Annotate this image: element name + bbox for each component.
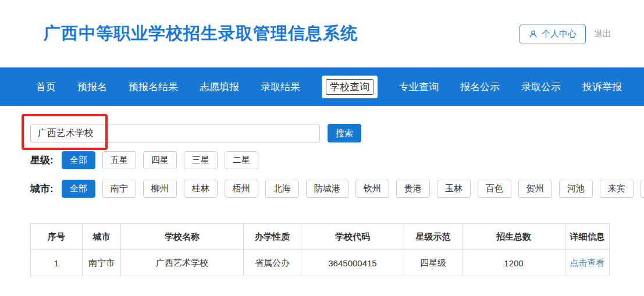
table-header-cell: 招生总数 [462, 224, 565, 250]
nav-item-label: 投诉举报 [582, 81, 622, 92]
table-body: 1南宁市广西艺术学校省属公办3645000415四星级1200点击查看 [31, 250, 610, 276]
page-title: 广西中等职业学校招生录取管理信息系统 [44, 22, 520, 45]
filter-chip[interactable]: 防城港 [306, 180, 348, 198]
filter-chip[interactable]: 柳州 [143, 180, 177, 198]
filter-chip[interactable]: 贺州 [518, 180, 552, 198]
nav-item-label: 学校查询 [326, 79, 373, 95]
table-header-cell: 学校代码 [301, 224, 404, 250]
nav-item[interactable]: 预报名结果 [129, 80, 178, 94]
nav-item[interactable]: 预报名 [77, 80, 107, 94]
table-header-cell: 学校名称 [121, 224, 244, 250]
results-table: 序号城市学校名称办学性质学校代码星级示范招生总数详细信息 1南宁市广西艺术学校省… [30, 223, 610, 276]
search-button[interactable]: 搜索 [328, 124, 361, 142]
school-search-input[interactable] [30, 124, 320, 142]
table-cell: 1 [31, 250, 83, 276]
table-header-cell: 详细信息 [565, 224, 610, 250]
filter-chip[interactable]: 全部 [62, 151, 95, 169]
nav-item[interactable]: 录取结果 [261, 80, 300, 94]
nav-item-label: 预报名结果 [129, 81, 178, 92]
nav-item-label: 首页 [36, 81, 56, 92]
filter-chip[interactable]: 梧州 [225, 180, 258, 198]
nav-item[interactable]: 报名公示 [460, 80, 500, 94]
nav-item-label: 志愿填报 [200, 81, 239, 92]
filter-chip[interactable]: 二星 [225, 151, 258, 169]
profile-center-label: 个人中心 [542, 28, 577, 40]
table-header-row: 序号城市学校名称办学性质学校代码星级示范招生总数详细信息 [31, 224, 610, 250]
star-filter-label: 星级: [30, 154, 54, 167]
filter-chip[interactable]: 四星 [143, 151, 177, 169]
results-table-wrap: 序号城市学校名称办学性质学校代码星级示范招生总数详细信息 1南宁市广西艺术学校省… [30, 223, 644, 276]
main-content: 搜索 星级: 全部五星四星三星二星 城市: 全部南宁柳州桂林梧州北海防城港钦州贵… [0, 124, 644, 276]
filter-chip[interactable]: 玉林 [437, 180, 471, 198]
nav-item-label: 报名公示 [460, 81, 500, 92]
star-filter-options: 全部五星四星三星二星 [62, 151, 265, 169]
nav-item-label: 专业查询 [399, 81, 439, 92]
table-header-cell: 星级示范 [404, 224, 462, 250]
table-header-cell: 城市 [83, 224, 121, 250]
filter-chip[interactable]: 崇左 [641, 180, 644, 198]
nav-item[interactable]: 专业查询 [399, 80, 439, 94]
table-cell: 省属公办 [244, 250, 301, 276]
nav-item-label: 录取结果 [261, 81, 300, 92]
filter-chip[interactable]: 三星 [184, 151, 218, 169]
table-header-cell: 办学性质 [244, 224, 301, 250]
table-cell-detail: 点击查看 [565, 250, 610, 276]
nav-bar: 首页预报名预报名结果志愿填报录取结果学校查询专业查询报名公示录取公示投诉举报 [0, 67, 644, 106]
nav-item[interactable]: 首页 [36, 80, 56, 94]
filter-chip[interactable]: 百色 [478, 180, 511, 198]
logout-link[interactable]: 退出 [594, 28, 611, 40]
city-filter-label: 城市: [30, 182, 54, 195]
star-filter-row: 星级: 全部五星四星三星二星 [30, 151, 644, 169]
search-row: 搜索 [30, 124, 644, 142]
filter-chip[interactable]: 钦州 [355, 180, 389, 198]
filter-chip[interactable]: 河池 [559, 180, 593, 198]
detail-link[interactable]: 点击查看 [570, 258, 605, 268]
header: 广西中等职业学校招生录取管理信息系统 个人中心 退出 [0, 0, 644, 67]
filter-chip[interactable]: 桂林 [184, 180, 218, 198]
filter-chip[interactable]: 北海 [265, 180, 299, 198]
table-cell: 广西艺术学校 [121, 250, 244, 276]
filter-chip[interactable]: 来宾 [600, 180, 634, 198]
table-cell: 四星级 [404, 250, 462, 276]
nav-item[interactable]: 投诉举报 [582, 80, 622, 94]
city-filter-row: 城市: 全部南宁柳州桂林梧州北海防城港钦州贵港玉林百色贺州河池来宾崇左 [30, 180, 644, 198]
filter-chip[interactable]: 五星 [102, 151, 136, 169]
filter-chip[interactable]: 贵港 [396, 180, 430, 198]
table-cell: 1200 [462, 250, 565, 276]
filter-chip[interactable]: 南宁 [102, 180, 136, 198]
filter-chip[interactable]: 全部 [62, 180, 95, 198]
profile-center-button[interactable]: 个人中心 [520, 24, 586, 44]
page: 广西中等职业学校招生录取管理信息系统 个人中心 退出 首页预报名预报名结果志愿填… [0, 0, 644, 296]
table-row: 1南宁市广西艺术学校省属公办3645000415四星级1200点击查看 [31, 250, 610, 276]
nav-item-label: 录取公示 [521, 81, 561, 92]
user-icon [529, 30, 538, 38]
nav-item[interactable]: 志愿填报 [200, 80, 239, 94]
nav-item-active[interactable]: 学校查询 [322, 76, 378, 98]
table-header-cell: 序号 [31, 224, 83, 250]
city-filter-options: 全部南宁柳州桂林梧州北海防城港钦州贵港玉林百色贺州河池来宾崇左 [62, 180, 644, 198]
table-cell: 南宁市 [83, 250, 121, 276]
nav-item[interactable]: 录取公示 [521, 80, 561, 94]
table-cell: 3645000415 [301, 250, 404, 276]
nav-item-label: 预报名 [77, 81, 107, 92]
